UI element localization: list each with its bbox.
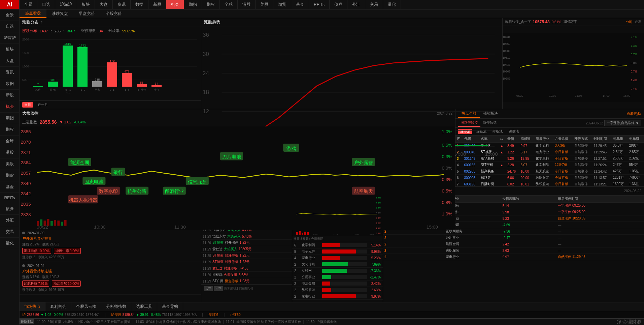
nav-tab-zixuan[interactable]: 自选	[37, 0, 55, 9]
sidebar-meigu[interactable]: 美股	[0, 158, 19, 170]
sidebar-dapan[interactable]: 大盘	[0, 55, 19, 67]
nav-tab-qihuo[interactable]: 期货	[273, 0, 291, 9]
nav-tab-qiquan[interactable]: 期权	[202, 0, 220, 9]
sidebar-qihuo[interactable]: 期货	[0, 170, 19, 181]
nav-tab-xinzhu[interactable]: 新股	[148, 0, 166, 9]
zd-help-icon[interactable]: ?	[40, 21, 42, 25]
flow-stock-11[interactable]: 封涨停板	[225, 260, 238, 264]
zd-stats-label: 涨跌分布	[22, 28, 37, 33]
brow-pct-2: 5.23	[501, 215, 556, 222]
svg-text:5.2%: 5.2%	[376, 232, 381, 235]
brow-boards-6: 2	[383, 241, 444, 247]
hot-more-btn[interactable]: 查看更多›	[627, 112, 641, 116]
bcol-method: 最后涨停时间	[556, 196, 644, 203]
sector-elec: 5 电子元件 9.98%	[292, 248, 383, 255]
history-item-3: 2024-01-04 户外露营持续走强 涨幅 3.16% 涨跌 19/0/3 起…	[20, 262, 201, 295]
yesterday-label: 昨日张停_含一字	[505, 20, 531, 24]
sidebar-quanjing[interactable]: 全景	[0, 9, 19, 21]
bottom-tab-fund[interactable]: 基金导购	[157, 302, 183, 311]
subtab-earlyauction[interactable]: 早盘竞价	[73, 9, 100, 18]
hot-table-row-6[interactable]: 7 603196 日播时尚 8.02 10.01 纺织服装 今日首板 自然涨停 …	[455, 181, 644, 187]
sector-fzfz-bar-bg	[322, 288, 367, 292]
font-large-btn[interactable]: 大字	[204, 286, 213, 291]
board-table-row-7[interactable]: 2 纺织服装 2.63 —	[383, 247, 644, 254]
yesterday-tab-fens[interactable]: 分时	[626, 20, 633, 24]
hot-table-row-5[interactable]: 6 300005 探路者 6.06 20.00 纺织服装 今日首板 自然涨停 1…	[455, 175, 644, 181]
h3-tag-zj2[interactable]: 浙江自然 10.00%	[52, 280, 81, 287]
svg-text:1.0%: 1.0%	[442, 211, 452, 216]
bottom-tab-arbitrage[interactable]: 套利机会	[45, 302, 71, 311]
nav-tab-jiaoyi[interactable]: 交易	[365, 0, 383, 9]
h3-tag-qh[interactable]: 起航科技 7.91%	[22, 280, 49, 287]
sidebar-zixun[interactable]: 资讯	[0, 67, 19, 78]
sidebar-quanqiu[interactable]: 全球	[0, 136, 19, 147]
nav-tab-ganggu[interactable]: 港股	[238, 0, 256, 9]
sidebar-qiquan[interactable]: 期权	[0, 124, 19, 136]
hot-dropdown[interactable]: 一字涨停,自然涨停 ▼	[604, 120, 641, 126]
flow-stock-14[interactable]: 聚焦停板	[225, 279, 238, 284]
sidebar-waihui[interactable]: 外汇	[0, 215, 19, 226]
sidebar-zhaiquan[interactable]: 债券	[0, 203, 19, 215]
h2-tag-ly[interactable]: 绿茵生态 9.96%	[54, 248, 81, 254]
pause-btn[interactable]: |智能停止|	[224, 286, 238, 291]
sidebar-shuju[interactable]: 数据	[0, 78, 19, 90]
sidebar-qizhi[interactable]: 期指	[0, 113, 19, 124]
sidebar-ganggu[interactable]: 港股	[0, 147, 19, 158]
h2-tag-zj[interactable]: 浙江自然 10.00%	[22, 248, 51, 254]
sidebar-jihui[interactable]: 机会	[0, 101, 19, 113]
flow-stock-10[interactable]: 封涨停板	[225, 253, 238, 258]
hide-btn[interactable]: |隐藏部分|	[239, 286, 253, 291]
news-time-1: 11:00	[37, 320, 45, 324]
zd-tab-month[interactable]: 近一月	[36, 102, 50, 108]
panel-trend: 涨跌趋势 36 30 24	[201, 18, 503, 109]
nav-tab-bankuai[interactable]: 板块	[77, 0, 95, 9]
nav-tab-dapan[interactable]: 大盘	[95, 0, 113, 9]
sidebar-zixuan[interactable]: 自选	[0, 21, 19, 32]
bottom-tab-analyst[interactable]: 分析师指数	[101, 302, 131, 311]
sidebar-reits[interactable]: REITs	[0, 193, 19, 203]
yesterday-tab-jinkuang[interactable]: 近况	[635, 20, 641, 24]
bottom-tab-market[interactable]: 市场热点	[20, 302, 45, 311]
nav-tab-hushen[interactable]: 沪深沪	[55, 0, 77, 9]
subtab-stockauction[interactable]: 个股竞价	[100, 9, 127, 18]
board-table-row-5[interactable]: 2 公用事业 -2.47 —	[383, 235, 644, 241]
board-table-row-6[interactable]: 2 能源金属 2.42 —	[383, 241, 644, 247]
zd-tab-today[interactable]: 当日	[22, 102, 33, 108]
row-board-1: 今日首板	[553, 149, 573, 155]
flow-stock-12[interactable]: 封涨停板	[224, 266, 237, 271]
nav-tab-reits[interactable]: REITs	[309, 0, 330, 9]
bottom-tab-stock-rank[interactable]: 个股风云榜	[71, 302, 101, 311]
pool-tab-jump[interactable]: 跳涨池	[507, 129, 521, 134]
flow-stock-9[interactable]: 大笑买入	[224, 247, 237, 252]
flow-stock-13[interactable]: 火箭发射	[224, 272, 237, 277]
flow-action-7: 恒信东方	[212, 234, 226, 239]
sidebar-jiaoyi[interactable]: 交易	[0, 226, 19, 238]
board-table-row-8[interactable]: 2 家电行业 9.97 自然涨停 11:29:45	[383, 254, 644, 260]
nav-tab-jihui[interactable]: 机会	[166, 0, 184, 9]
nav-tab-lianghua[interactable]: 量化	[383, 0, 401, 9]
sidebar-xinzhu[interactable]: 新股	[0, 90, 19, 101]
flow-action-13: 排楼端	[212, 272, 223, 277]
nav-tab-shuju[interactable]: 数据	[131, 0, 148, 9]
nav-tab-qizhi[interactable]: 期指	[184, 0, 202, 9]
bottom-tab-stock-tool[interactable]: 选股工具	[131, 302, 157, 311]
nav-tab-zhaiquan[interactable]: 债券	[330, 0, 347, 9]
brow-industry-5: 公用事业	[444, 235, 501, 241]
svg-rect-134	[293, 196, 382, 236]
subtab-hotwatch[interactable]: 热点看盘	[20, 9, 46, 18]
nav-tab-waihui[interactable]: 外汇	[347, 0, 365, 9]
nav-tab-zixun[interactable]: 资讯	[113, 0, 131, 9]
sidebar-lianghua[interactable]: 量化	[0, 238, 19, 249]
flow-stock-7[interactable]: 大笑买入	[227, 234, 241, 239]
font-small-btn[interactable]: 小字	[214, 286, 223, 291]
nav-tab-quanqiu[interactable]: 全球	[220, 0, 238, 9]
nav-tab-jijin[interactable]: 基金	[291, 0, 309, 9]
sidebar-jijin[interactable]: 基金	[0, 181, 19, 193]
sidebar-hushen[interactable]: 沪深沪	[0, 32, 19, 44]
nav-tab-quanjing[interactable]: 全景	[20, 0, 37, 9]
nav-tab-meigu[interactable]: 美股	[256, 0, 273, 9]
flow-stock-8[interactable]: 打开涨停	[225, 240, 238, 245]
history-title-2: 户外露营异动拉升	[22, 236, 198, 241]
sidebar-bankuai[interactable]: 板块	[0, 44, 19, 55]
subtab-review[interactable]: 涨跌复盘	[46, 9, 73, 18]
